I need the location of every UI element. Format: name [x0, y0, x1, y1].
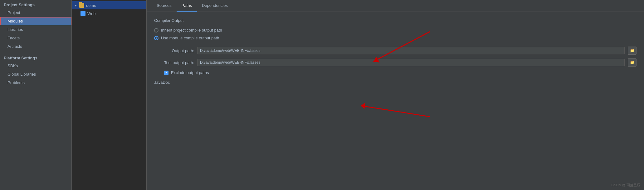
- tab-dependencies[interactable]: Dependencies: [197, 0, 233, 12]
- radio-use-module-circle: [154, 36, 159, 40]
- sidebar-item-artifacts[interactable]: Artifacts: [0, 42, 71, 51]
- svg-line-2: [361, 106, 430, 117]
- output-path-row: Output path: 📁: [157, 47, 637, 55]
- tree-item-web[interactable]: Web: [72, 9, 146, 18]
- project-settings-title: Project Settings: [0, 0, 71, 8]
- svg-marker-3: [361, 102, 365, 109]
- platform-settings-title: Platform Settings: [0, 53, 71, 62]
- module-tree: ▼ demo Web: [72, 0, 147, 190]
- folder-icon: [79, 3, 84, 8]
- test-output-path-label: Test output path:: [157, 60, 194, 65]
- chevron-down-icon: ▼: [74, 4, 77, 7]
- test-output-path-browse-button[interactable]: 📁: [628, 58, 637, 67]
- tree-item-web-label: Web: [87, 11, 96, 16]
- sidebar-item-facets[interactable]: Facets: [0, 34, 71, 42]
- radio-use-module[interactable]: Use module compile output path: [154, 36, 637, 40]
- sidebar: Project Settings Project Modules Librari…: [0, 0, 72, 190]
- compiler-output-title: Compiler Output: [154, 18, 637, 23]
- sidebar-item-libraries[interactable]: Libraries: [0, 25, 71, 34]
- tab-sources[interactable]: Sources: [152, 0, 177, 12]
- exclude-label: Exclude output paths: [171, 70, 209, 75]
- sidebar-item-global-libraries[interactable]: Global Libraries: [0, 70, 71, 78]
- tree-item-demo[interactable]: ▼ demo: [72, 1, 146, 9]
- radio-inherit-circle: [154, 28, 159, 32]
- content-area: Compiler Output Inherit project compile …: [147, 12, 644, 190]
- tabs-bar: Sources Paths Dependencies: [147, 0, 644, 12]
- sidebar-item-project[interactable]: Project: [0, 8, 71, 17]
- test-output-path-row: Test output path: 📁: [157, 58, 637, 67]
- output-path-browse-button[interactable]: 📁: [628, 47, 637, 55]
- web-icon: [80, 11, 85, 16]
- main-content: Sources Paths Dependencies Compiler Outp…: [147, 0, 644, 190]
- radio-inherit[interactable]: Inherit project compile output path: [154, 28, 637, 32]
- tab-paths[interactable]: Paths: [177, 0, 197, 12]
- sidebar-item-problems[interactable]: Problems: [0, 78, 71, 87]
- radio-use-module-label: Use module compile output path: [161, 36, 219, 40]
- exclude-output-paths-row[interactable]: Exclude output paths: [164, 70, 637, 75]
- output-path-input[interactable]: [197, 47, 625, 54]
- sidebar-item-sdks[interactable]: SDKs: [0, 62, 71, 70]
- output-path-label: Output path:: [157, 48, 194, 53]
- radio-inherit-label: Inherit project compile output path: [161, 28, 222, 32]
- radio-group: Inherit project compile output path Use …: [154, 28, 637, 40]
- tree-item-demo-label: demo: [86, 3, 96, 8]
- sidebar-item-modules[interactable]: Modules: [0, 17, 71, 25]
- watermark: CSDN @.雨落星辰: [612, 183, 640, 188]
- javadoc-title: JavaDoc: [154, 80, 637, 85]
- exclude-checkbox[interactable]: [164, 71, 168, 75]
- test-output-path-input[interactable]: [197, 59, 625, 66]
